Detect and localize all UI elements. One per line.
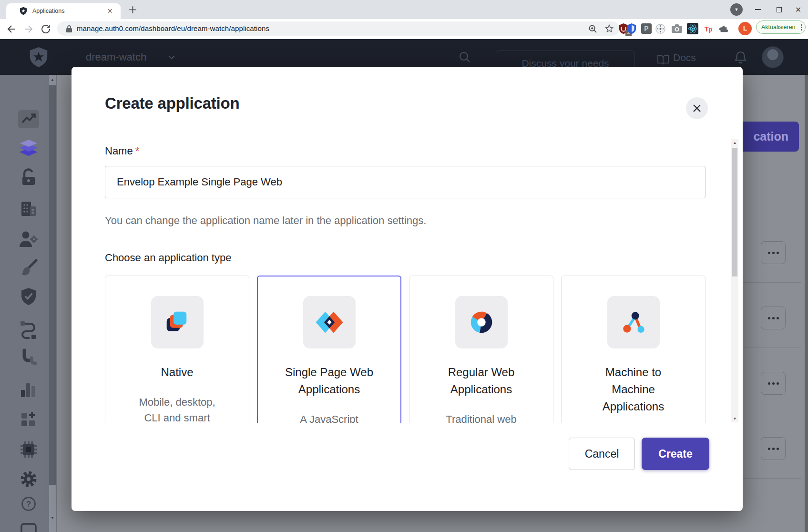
card-machine-to-machine[interactable]: Machine to Machine Applications: [561, 276, 706, 423]
book-icon: [657, 55, 669, 65]
tp-extension-icon[interactable]: Tp: [702, 22, 715, 35]
sidebar-item-organizations[interactable]: [0, 199, 57, 218]
camera-icon[interactable]: [670, 22, 684, 35]
row-menu-button[interactable]: [761, 437, 786, 460]
zoom-icon[interactable]: [588, 24, 597, 33]
card-regular-web[interactable]: Regular Web Applications Traditional web: [409, 276, 553, 423]
application-name-input[interactable]: [105, 166, 706, 198]
sidebar-item-help[interactable]: ?: [0, 494, 57, 513]
search-icon[interactable]: [459, 51, 471, 63]
back-icon[interactable]: [6, 23, 17, 35]
react-devtools-icon[interactable]: [686, 22, 699, 35]
browser-tab[interactable]: Applications ✕: [6, 3, 121, 19]
docs-link[interactable]: Docs: [673, 52, 696, 63]
new-tab-icon[interactable]: [128, 5, 138, 15]
m2m-nodes-icon: [619, 307, 648, 337]
kebab-menu-icon[interactable]: [801, 24, 803, 31]
sidebar-item-user-management[interactable]: [0, 230, 57, 249]
card-label: Machine to Machine Applications: [586, 364, 681, 415]
application-type-cards: Native Mobile, desktop, CLI and smart Si…: [105, 276, 706, 423]
tab-close-icon[interactable]: ✕: [105, 7, 114, 16]
bitwarden-icon[interactable]: [625, 22, 638, 35]
row-menu-button[interactable]: [761, 307, 786, 329]
window-maximize-button[interactable]: [768, 0, 789, 19]
card-label: Single Page Web Applications: [282, 364, 377, 398]
cancel-button[interactable]: Cancel: [569, 438, 635, 470]
bell-icon[interactable]: [734, 51, 747, 64]
bookmark-star-icon[interactable]: [604, 24, 614, 33]
sidebar-item-authentication[interactable]: [0, 168, 57, 187]
scroll-down-icon[interactable]: ▼: [731, 417, 738, 421]
sidebar-item-marketplace[interactable]: [0, 409, 57, 430]
p-extension-icon[interactable]: P: [640, 22, 653, 35]
reload-icon[interactable]: [40, 23, 51, 35]
browser-toolbar: manage.auth0.com/dashboard/eu/dream-watc…: [0, 19, 808, 39]
url-text[interactable]: manage.auth0.com/dashboard/eu/dream-watc…: [77, 24, 269, 32]
name-label: Name*: [105, 145, 139, 157]
card-label: Native: [130, 364, 225, 381]
name-help-text: You can change the application name late…: [105, 215, 426, 227]
modal-title: Create application: [105, 94, 239, 113]
chrome-profile-caret-icon[interactable]: ▼: [730, 3, 743, 16]
row-divider: [743, 413, 801, 413]
url-bar[interactable]: manage.auth0.com/dashboard/eu/dream-watc…: [57, 21, 620, 36]
scroll-up-icon[interactable]: ▲: [731, 141, 738, 145]
header-divider: [65, 49, 65, 66]
sidebar-item-partial[interactable]: [0, 522, 57, 532]
browser-profile-avatar[interactable]: L: [738, 22, 752, 35]
application-type-heading: Choose an application type: [105, 252, 231, 264]
sidebar-item-activity[interactable]: [0, 110, 57, 129]
modal-close-button[interactable]: [686, 97, 708, 119]
tenant-switcher[interactable]: dream-watch: [86, 51, 146, 63]
browser-tab-bar: Applications ✕ ▼ ✕: [0, 0, 808, 19]
row-divider: [743, 348, 801, 348]
user-avatar[interactable]: [762, 46, 784, 68]
close-icon: [692, 103, 702, 113]
window-minimize-button[interactable]: [747, 0, 768, 19]
regular-web-donut-icon: [467, 307, 496, 337]
forward-icon[interactable]: [23, 23, 34, 35]
row-menu-button[interactable]: [761, 372, 786, 395]
card-description: A JavaScript: [284, 411, 375, 423]
card-description: Mobile, desktop, CLI and smart: [132, 394, 223, 423]
card-icon-tile: [303, 296, 356, 348]
page-scrollbar[interactable]: [805, 75, 808, 532]
picker-tool-icon[interactable]: [654, 22, 667, 35]
lock-icon: [66, 25, 72, 33]
row-divider: [743, 282, 801, 283]
sidebar-item-actions[interactable]: [0, 319, 57, 339]
chrome-update-button[interactable]: Aktualisieren: [756, 20, 806, 34]
sidebar-item-settings[interactable]: [0, 469, 57, 489]
sidebar-item-security[interactable]: [0, 287, 57, 306]
scroll-up-icon[interactable]: ▲: [49, 78, 56, 82]
create-application-modal: Create application Name* You can change …: [72, 67, 743, 511]
sidebar-item-extensions[interactable]: [0, 440, 57, 460]
scroll-down-icon[interactable]: ▼: [49, 516, 56, 520]
sidebar-nav: ? ▲ ▼: [0, 75, 57, 532]
puzzle-icon[interactable]: [717, 22, 730, 35]
create-button[interactable]: Create: [642, 438, 709, 470]
native-stack-icon: [163, 307, 192, 337]
modal-scroll-thumb[interactable]: [732, 148, 737, 276]
card-icon-tile: [607, 296, 660, 348]
row-divider: [743, 478, 801, 479]
sidebar-item-auth-pipeline[interactable]: [0, 348, 57, 368]
card-native[interactable]: Native Mobile, desktop, CLI and smart: [105, 276, 249, 423]
modal-scrollbar[interactable]: ▲ ▼: [731, 139, 738, 422]
create-application-button-fragment[interactable]: cation: [734, 122, 799, 152]
spa-diamond-icon: [315, 307, 344, 337]
sidebar-item-applications[interactable]: [0, 139, 57, 158]
card-single-page-web[interactable]: Single Page Web Applications A JavaScrip…: [257, 276, 401, 423]
sidebar-item-branding[interactable]: [0, 258, 57, 277]
card-icon-tile: [151, 296, 204, 348]
window-close-button[interactable]: ✕: [788, 0, 808, 19]
sidebar-scroll-thumb[interactable]: [49, 85, 56, 485]
auth0-favicon-icon: [19, 7, 28, 15]
sidebar-item-monitoring[interactable]: [0, 380, 57, 399]
auth0-logo[interactable]: [28, 46, 50, 68]
tab-title: Applications: [32, 8, 64, 14]
row-menu-button[interactable]: [761, 241, 786, 264]
chevron-down-icon[interactable]: [168, 55, 175, 60]
svg-text:?: ?: [26, 500, 31, 509]
sidebar-scrollbar[interactable]: ▲ ▼: [49, 75, 56, 532]
